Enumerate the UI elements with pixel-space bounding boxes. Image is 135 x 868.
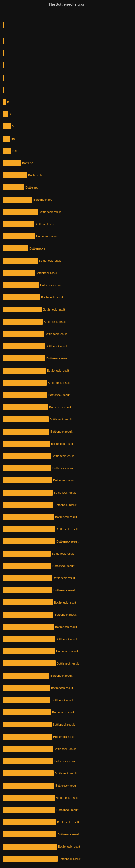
bar	[3, 319, 43, 325]
bar-row: Bot	[3, 123, 16, 129]
bar-row: Bottleneck r	[3, 246, 45, 251]
bar	[3, 514, 54, 520]
bar-label: Bottleneck result	[48, 381, 70, 384]
bar-label: Bottleneck result	[56, 796, 78, 799]
bar-label: Bottleneck result	[54, 491, 76, 494]
bar	[3, 404, 48, 410]
bar-row: Bottleneck result	[3, 599, 76, 606]
bar-label: Bottleneck res	[34, 198, 52, 201]
chart-area: TheBottlenecker.com BBoBotBoBolBottleneB…	[0, 0, 135, 868]
bar-row: Bottleneck result	[3, 673, 72, 679]
bar-row: Bottleneck result	[3, 282, 62, 288]
bar-row: Bottleneck result	[3, 429, 72, 435]
bar	[3, 538, 55, 545]
bar	[3, 575, 52, 581]
bar-label: Bol	[12, 149, 17, 152]
bar-label: Bottleneck result	[48, 393, 70, 397]
bar-row	[3, 62, 5, 68]
bar-row: Bottleneck result	[3, 624, 77, 630]
bar-label: Bottleneck result	[58, 845, 80, 848]
bar-row: Bottleneck result	[3, 709, 74, 715]
bar-label: Bottleneck result	[55, 784, 77, 787]
bar	[3, 429, 49, 435]
bar-row: Bottleneck result	[3, 319, 65, 325]
bar-row: Bottleneck result	[3, 258, 61, 264]
bar-label: Bottleneck result	[52, 552, 74, 555]
bar-row: Bottleneck result	[3, 685, 73, 691]
bar-label: Bottleneck result	[52, 699, 74, 702]
bar	[3, 721, 52, 727]
bar-label: Bottleneck result	[54, 747, 76, 750]
bar-label: Bottleneck result	[57, 833, 79, 836]
bar	[3, 172, 27, 178]
bar-row: Bottleneck resul	[3, 233, 57, 239]
bar-label: Bottleneck result	[54, 613, 77, 616]
bar-label: Bottleneck result	[50, 418, 72, 421]
bar-row: Bottleneck result	[3, 526, 78, 532]
bar-label: Bottleneck result	[45, 332, 67, 336]
bar	[3, 746, 53, 752]
bar	[3, 258, 38, 264]
bar-label: Bottleneck result	[49, 405, 71, 409]
bar-row: Bottleneck result	[3, 465, 74, 471]
bar-label: Bottleneck result	[54, 601, 76, 604]
bar-row: Bottleneck result	[3, 587, 75, 593]
bar	[3, 416, 49, 422]
bar-label: Bottleneck result	[51, 686, 73, 689]
bar-row: Bottleneck result	[3, 551, 74, 557]
bar-label: Bottleneck result	[52, 711, 74, 714]
bar-row: Bottleneck result	[3, 831, 79, 837]
bar-label: Bottleneck result	[39, 259, 61, 262]
bar-row	[3, 87, 5, 93]
bar	[3, 685, 50, 691]
bar	[3, 392, 47, 398]
bar-row: Bottleneck resul	[3, 270, 57, 276]
bar-label: Bottleneck result	[55, 625, 77, 628]
bar-row: Bottleneck result	[3, 612, 77, 618]
bar-label: Bottleneck result	[54, 760, 76, 763]
bar-label: Bottleneck result	[53, 723, 75, 726]
bar-row: Bottleneck result	[3, 404, 71, 410]
bar-label: Bottleneck result	[53, 577, 75, 580]
bar-row: Bottleneck result	[3, 380, 70, 386]
bar-row: Bottleneck result	[3, 856, 81, 862]
bar-label: Bottleneck result	[55, 772, 77, 775]
bar	[3, 502, 53, 508]
bar	[3, 148, 11, 154]
bar-label: Bottleneck result	[46, 357, 68, 360]
bar-label: Bottleneck result	[52, 467, 74, 470]
bar	[3, 648, 55, 654]
bar	[3, 62, 4, 68]
bar-row: Bottleneck result	[3, 416, 72, 422]
bar-row: Bottlenec	[3, 184, 38, 190]
bar-row: Bottleneck result	[3, 294, 63, 300]
bar	[3, 831, 56, 837]
bar	[3, 526, 55, 532]
bar-row: Bottleneck result	[3, 392, 70, 398]
bar-label: Bottleneck result	[55, 516, 77, 519]
bar-label: Bottleneck result	[50, 430, 72, 433]
bar-row: Bottleneck result	[3, 209, 61, 215]
bar	[3, 209, 38, 215]
bar	[3, 795, 55, 801]
bar-row: B	[3, 99, 9, 105]
bar	[3, 807, 55, 813]
bar-label: Bottleneck result	[56, 808, 78, 812]
site-title: TheBottlenecker.com	[0, 0, 135, 8]
bar	[3, 123, 11, 129]
bar-row	[3, 50, 5, 56]
bar-row: Bottleneck result	[3, 502, 77, 508]
bar	[3, 22, 4, 28]
bar-label: Bottleneck result	[52, 564, 74, 567]
bar-label: Bot	[12, 125, 16, 128]
bar	[3, 551, 51, 557]
bar	[3, 368, 46, 373]
bar-row: Bottleneck result	[3, 844, 80, 849]
bar	[3, 758, 53, 764]
bar-label: Bottleneck result	[56, 650, 78, 653]
bar-row: Bottleneck res	[3, 221, 54, 227]
bar-row: Bottlene	[3, 160, 33, 166]
bar	[3, 782, 54, 788]
bar-label: Bottleneck result	[56, 540, 78, 543]
bar	[3, 587, 52, 593]
